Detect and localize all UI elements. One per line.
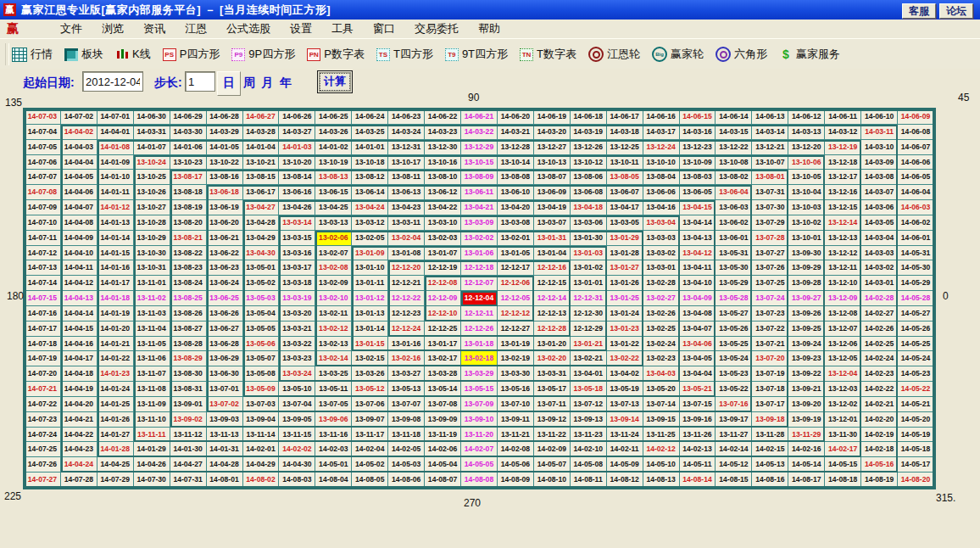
- date-cell-14-05-20[interactable]: 14-05-20: [898, 412, 934, 428]
- date-cell-12-12-29[interactable]: 12-12-29: [571, 322, 607, 337]
- date-cell-14-08-19[interactable]: 14-08-19: [861, 473, 898, 488]
- date-cell-14-03-29[interactable]: 14-03-29: [207, 125, 243, 140]
- date-cell-13-01-28[interactable]: 13-01-28: [607, 246, 643, 261]
- date-cell-14-05-28[interactable]: 14-05-28: [898, 291, 934, 306]
- date-cell-14-05-08[interactable]: 14-05-08: [571, 457, 607, 473]
- date-cell-13-08-10[interactable]: 13-08-10: [425, 170, 461, 185]
- date-cell-13-07-17[interactable]: 13-07-17: [752, 397, 788, 412]
- date-cell-13-01-30[interactable]: 13-01-30: [571, 231, 607, 246]
- period-option-week[interactable]: 周: [243, 75, 255, 91]
- date-cell-14-07-15[interactable]: 14-07-15: [25, 291, 61, 306]
- date-cell-14-01-12[interactable]: 14-01-12: [97, 200, 134, 215]
- date-cell-13-06-03[interactable]: 13-06-03: [716, 200, 752, 215]
- date-cell-13-01-11[interactable]: 13-01-11: [352, 276, 388, 291]
- date-cell-13-10-21[interactable]: 13-10-21: [243, 155, 280, 171]
- date-cell-14-05-27[interactable]: 14-05-27: [898, 306, 934, 322]
- date-cell-14-06-13[interactable]: 14-06-13: [752, 109, 788, 125]
- date-cell-13-07-19[interactable]: 13-07-19: [752, 366, 788, 382]
- date-cell-12-12-12[interactable]: 12-12-12: [498, 306, 534, 322]
- date-cell-14-04-20[interactable]: 14-04-20: [61, 397, 97, 412]
- date-cell-13-05-21[interactable]: 13-05-21: [680, 382, 716, 397]
- date-cell-14-04-08[interactable]: 14-04-08: [61, 215, 97, 231]
- date-cell-13-02-17[interactable]: 13-02-17: [425, 351, 461, 366]
- date-cell-14-05-07[interactable]: 14-05-07: [534, 457, 571, 473]
- date-cell-13-09-26[interactable]: 13-09-26: [788, 306, 825, 322]
- date-cell-13-09-01[interactable]: 13-09-01: [170, 397, 207, 412]
- date-cell-14-05-23[interactable]: 14-05-23: [898, 366, 934, 382]
- date-cell-13-05-09[interactable]: 13-05-09: [243, 382, 280, 397]
- date-cell-13-06-29[interactable]: 13-06-29: [207, 351, 243, 366]
- date-cell-14-01-27[interactable]: 14-01-27: [97, 428, 134, 443]
- date-cell-13-12-23[interactable]: 13-12-23: [680, 140, 716, 155]
- date-cell-13-03-19[interactable]: 13-03-19: [279, 291, 315, 306]
- date-cell-14-07-26[interactable]: 14-07-26: [25, 457, 61, 473]
- date-cell-13-02-04[interactable]: 13-02-04: [388, 231, 425, 246]
- date-cell-14-06-09[interactable]: 14-06-09: [898, 109, 934, 125]
- date-cell-13-09-09[interactable]: 13-09-09: [425, 412, 461, 428]
- date-cell-14-04-07[interactable]: 14-04-07: [61, 200, 97, 215]
- date-cell-13-12-20[interactable]: 13-12-20: [788, 140, 825, 155]
- toolbar-button-winner-wheel[interactable]: Big赢家轮: [652, 47, 704, 62]
- date-cell-13-12-05[interactable]: 13-12-05: [825, 351, 861, 366]
- date-cell-13-06-30[interactable]: 13-06-30: [207, 366, 243, 382]
- date-cell-13-03-15[interactable]: 13-03-15: [279, 231, 315, 246]
- date-cell-13-06-10[interactable]: 13-06-10: [498, 185, 534, 200]
- toolbar-button-9t-square[interactable]: T99T四方形: [445, 47, 508, 62]
- date-cell-13-08-24[interactable]: 13-08-24: [170, 276, 207, 291]
- date-cell-13-11-19[interactable]: 13-11-19: [425, 428, 461, 443]
- date-cell-14-01-01[interactable]: 14-01-01: [352, 140, 388, 155]
- date-cell-14-02-03[interactable]: 14-02-03: [315, 442, 352, 457]
- date-cell-13-09-24[interactable]: 13-09-24: [788, 337, 825, 352]
- date-cell-14-06-22[interactable]: 14-06-22: [425, 109, 461, 125]
- date-cell-14-02-06[interactable]: 14-02-06: [425, 442, 461, 457]
- date-cell-13-01-13[interactable]: 13-01-13: [352, 306, 388, 322]
- date-cell-14-06-17[interactable]: 14-06-17: [607, 109, 643, 125]
- date-cell-13-12-17[interactable]: 13-12-17: [825, 170, 861, 185]
- date-cell-13-09-14[interactable]: 13-09-14: [607, 412, 643, 428]
- date-cell-13-01-02[interactable]: 13-01-02: [571, 260, 607, 276]
- date-cell-13-02-05[interactable]: 13-02-05: [352, 231, 388, 246]
- date-cell-13-01-25[interactable]: 13-01-25: [607, 291, 643, 306]
- date-cell-13-05-26[interactable]: 13-05-26: [716, 322, 752, 337]
- date-cell-14-08-01[interactable]: 14-08-01: [207, 473, 243, 488]
- date-cell-14-06-29[interactable]: 14-06-29: [170, 109, 207, 125]
- date-cell-14-07-04[interactable]: 14-07-04: [25, 125, 61, 140]
- date-cell-13-05-13[interactable]: 13-05-13: [388, 382, 425, 397]
- date-cell-13-09-18[interactable]: 13-09-18: [752, 412, 788, 428]
- date-cell-14-08-15[interactable]: 14-08-15: [716, 473, 752, 488]
- date-cell-12-12-18[interactable]: 12-12-18: [461, 260, 498, 276]
- date-cell-13-06-12[interactable]: 13-06-12: [425, 185, 461, 200]
- date-cell-13-09-21[interactable]: 13-09-21: [788, 382, 825, 397]
- date-cell-14-07-03[interactable]: 14-07-03: [25, 109, 61, 125]
- date-cell-13-06-22[interactable]: 13-06-22: [207, 246, 243, 261]
- date-cell-14-04-26[interactable]: 14-04-26: [134, 457, 170, 473]
- date-cell-14-05-21[interactable]: 14-05-21: [898, 397, 934, 412]
- date-cell-13-11-11[interactable]: 13-11-11: [134, 428, 170, 443]
- date-cell-13-01-05[interactable]: 13-01-05: [498, 246, 534, 261]
- date-cell-13-12-01[interactable]: 13-12-01: [825, 412, 861, 428]
- date-cell-13-12-21[interactable]: 13-12-21: [752, 140, 788, 155]
- date-cell-13-11-12[interactable]: 13-11-12: [170, 428, 207, 443]
- date-cell-13-04-12[interactable]: 13-04-12: [680, 246, 716, 261]
- date-cell-13-07-29[interactable]: 13-07-29: [752, 215, 788, 231]
- date-cell-13-08-21[interactable]: 13-08-21: [170, 231, 207, 246]
- date-cell-13-08-02[interactable]: 13-08-02: [716, 170, 752, 185]
- date-cell-14-06-12[interactable]: 14-06-12: [788, 109, 825, 125]
- date-cell-13-06-21[interactable]: 13-06-21: [207, 231, 243, 246]
- date-cell-13-09-04[interactable]: 13-09-04: [243, 412, 280, 428]
- date-cell-13-05-24[interactable]: 13-05-24: [716, 351, 752, 366]
- date-cell-13-11-26[interactable]: 13-11-26: [680, 428, 716, 443]
- date-cell-13-07-26[interactable]: 13-07-26: [752, 260, 788, 276]
- date-cell-14-04-30[interactable]: 14-04-30: [279, 457, 315, 473]
- date-cell-14-01-29[interactable]: 14-01-29: [134, 442, 170, 457]
- date-cell-13-03-29[interactable]: 13-03-29: [461, 366, 498, 382]
- date-cell-14-06-28[interactable]: 14-06-28: [207, 109, 243, 125]
- date-cell-13-03-08[interactable]: 13-03-08: [498, 215, 534, 231]
- date-cell-13-07-07[interactable]: 13-07-07: [388, 397, 425, 412]
- date-cell-12-12-27[interactable]: 12-12-27: [498, 322, 534, 337]
- date-cell-14-03-30[interactable]: 14-03-30: [170, 125, 207, 140]
- date-cell-14-02-12[interactable]: 14-02-12: [643, 442, 680, 457]
- date-cell-13-11-15[interactable]: 13-11-15: [279, 428, 315, 443]
- date-cell-14-03-05[interactable]: 14-03-05: [861, 215, 898, 231]
- date-cell-13-10-23[interactable]: 13-10-23: [170, 155, 207, 171]
